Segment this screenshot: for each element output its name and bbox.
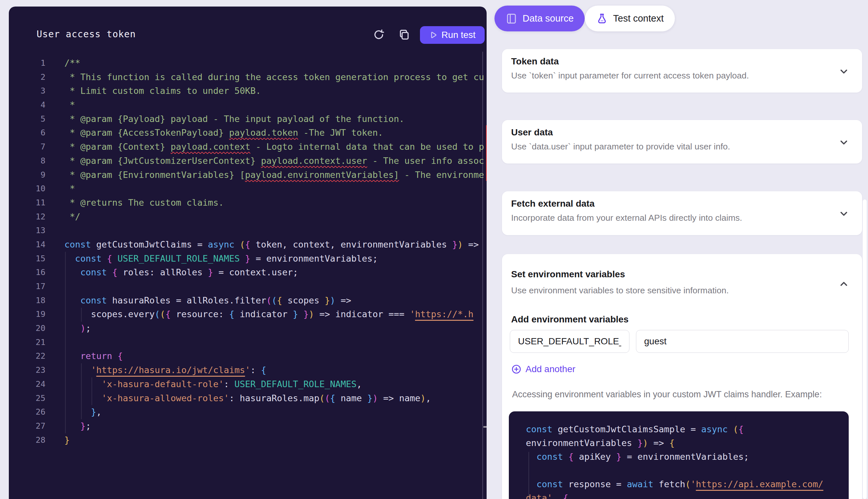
line-number: 23	[9, 363, 46, 377]
code-token: }	[304, 309, 309, 319]
env-value-input[interactable]	[636, 330, 849, 353]
code-token: ,	[552, 493, 563, 499]
code-token: }	[91, 407, 96, 417]
code-token: ;	[86, 323, 91, 333]
plus-circle-icon	[511, 364, 521, 374]
tab-data-source[interactable]: Data source	[494, 5, 584, 32]
indent-guide	[81, 308, 82, 322]
chevron-down-icon[interactable]	[837, 65, 850, 78]
code-token: environmentVariables	[526, 438, 637, 448]
run-test-button[interactable]: Run test	[420, 26, 485, 44]
code-token	[240, 253, 245, 264]
code-token	[64, 421, 80, 431]
env-key-input[interactable]	[510, 330, 629, 353]
chevron-down-icon[interactable]	[837, 207, 850, 220]
code-token: {	[165, 309, 171, 319]
code-token: }	[325, 295, 330, 305]
line-number: 24	[9, 377, 46, 391]
code-token	[112, 253, 117, 264]
code-token	[64, 253, 75, 264]
code-token: USER_DEFAULT_ROLE_NAMES	[118, 253, 240, 264]
code-editor-panel: User access token Run test 1234567891011…	[9, 7, 487, 499]
line-number: 18	[9, 294, 46, 308]
code-token: )	[457, 239, 463, 250]
code-token: return	[80, 351, 112, 361]
code-line: };	[64, 419, 487, 433]
code-token: {	[118, 351, 123, 361]
card-fetch-external-data[interactable]: Fetch external data Incorporate data fro…	[502, 191, 862, 235]
code-line: * @returns The custom claims.	[64, 196, 487, 210]
code-token	[64, 379, 102, 389]
code-token: (	[319, 393, 325, 403]
code-token: * Limit custom claims to under 50KB.	[64, 86, 261, 96]
play-icon	[429, 31, 438, 39]
code-line: * @param {AccessTokenPayload} payload.to…	[64, 126, 487, 140]
code-line: 'x-hasura-default-role': USER_DEFAULT_RO…	[64, 377, 487, 391]
add-another-button[interactable]: Add another	[511, 364, 576, 374]
refresh-button[interactable]	[372, 28, 385, 41]
chevron-up-icon[interactable]	[837, 278, 850, 291]
code-token: const	[75, 253, 102, 264]
code-editing-area[interactable]: /** * This function is called during the…	[64, 56, 487, 447]
code-token: )	[643, 438, 648, 448]
line-number: 9	[9, 168, 46, 182]
code-token	[64, 323, 80, 333]
code-line: }	[64, 433, 487, 447]
code-token: const	[80, 295, 107, 305]
indent-guide	[65, 252, 66, 433]
code-token: (	[733, 424, 738, 434]
card-user-data[interactable]: User data Use `data.user` input paramete…	[502, 120, 862, 163]
card-description: Use environment variables to store sensi…	[511, 285, 729, 296]
code-token: (	[272, 295, 277, 305]
code-token: {	[261, 365, 266, 375]
code-token: payload.context	[171, 142, 250, 152]
code-token	[64, 365, 91, 375]
code-token: * @param {Context}	[64, 142, 171, 152]
code-token	[64, 407, 91, 417]
code-token: https://*.h	[415, 309, 474, 319]
code-line	[64, 224, 487, 238]
tab-test-context[interactable]: Test context	[585, 5, 675, 32]
code-token: const	[526, 424, 552, 434]
line-number: 25	[9, 391, 46, 405]
code-token: = environmentVariables;	[621, 452, 749, 462]
code-token	[234, 239, 240, 250]
line-number: 4	[9, 98, 46, 112]
code-token: USER_DEFAULT_ROLE_NAMES	[234, 379, 356, 389]
code-line: );	[64, 321, 487, 336]
code-token: (	[325, 393, 330, 403]
code-token: {	[330, 393, 335, 403]
code-token: =>	[335, 295, 351, 305]
line-number: 17	[9, 280, 46, 294]
code-token: '	[691, 479, 696, 489]
line-number: 16	[9, 266, 46, 280]
line-number: 8	[9, 154, 46, 168]
card-title: Set environment variables	[511, 269, 625, 280]
code-line: *	[64, 98, 487, 112]
card-title: Token data	[511, 56, 559, 67]
code-token: {	[245, 239, 250, 250]
add-env-variables-label: Add environment variables	[511, 314, 628, 325]
panel-scrollbar-thumb[interactable]	[863, 199, 867, 499]
code-token: data	[526, 493, 547, 499]
chevron-down-icon[interactable]	[837, 136, 850, 149]
code-token	[298, 309, 303, 319]
code-token: */	[64, 211, 80, 222]
code-token: /**	[64, 58, 80, 68]
code-token: * @param {JwtCustomizerUserContext}	[64, 156, 261, 166]
line-number: 15	[9, 252, 46, 266]
code-token: const	[64, 239, 91, 250]
code-token: * @returns The custom claims.	[64, 197, 224, 208]
code-token: ,	[356, 379, 362, 389]
tab-test-context-label: Test context	[613, 13, 664, 24]
copy-button[interactable]	[398, 28, 411, 41]
code-token	[64, 351, 80, 361]
code-token: const	[537, 452, 563, 462]
scrollbar-thumb[interactable]	[483, 426, 487, 428]
code-token	[107, 267, 112, 277]
code-token: const	[537, 479, 563, 489]
code-token	[64, 295, 80, 305]
code-token: hasuraRoles = allRoles.filter	[107, 295, 266, 305]
card-token-data[interactable]: Token data Use `token` input parameter f…	[502, 49, 862, 93]
line-number: 7	[9, 140, 46, 154]
